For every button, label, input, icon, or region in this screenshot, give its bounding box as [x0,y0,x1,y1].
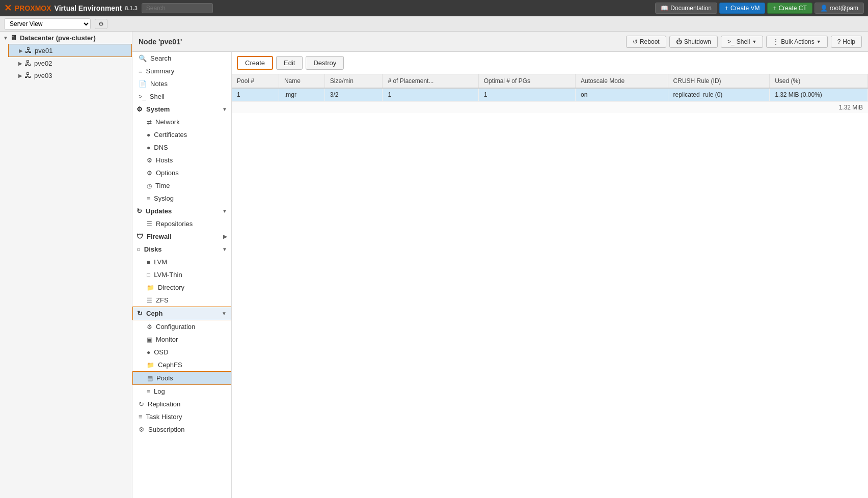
nav-group-disks[interactable]: ○ Disks ▼ [132,243,231,256]
cell-crush-rule: replicated_rule (0) [668,88,770,101]
nav-item-replication[interactable]: ↻ Replication [132,398,231,410]
monitor-nav-label: Monitor [156,336,178,343]
nav-group-ceph[interactable]: ↻ Ceph ▼ [132,307,231,320]
nav-item-osd[interactable]: ● OSD [132,346,231,358]
nav-item-monitor[interactable]: ▣ Monitor [132,333,231,346]
network-nav-icon: ⇄ [147,119,152,126]
cell-autoscale: on [576,88,668,101]
nav-item-time[interactable]: ◷ Time [132,179,231,192]
dns-nav-icon: ● [147,144,150,151]
repositories-nav-label: Repositories [156,220,193,228]
pve02-node-icon: 🖧 [24,59,32,67]
network-nav-label: Network [155,118,180,126]
nav-item-shell[interactable]: >_ Shell [132,90,231,103]
nav-item-dns[interactable]: ● DNS [132,141,231,154]
nav-item-log[interactable]: ≡ Log [132,385,231,398]
nav-item-hosts[interactable]: ⚙ Hosts [132,154,231,167]
table-summary: 1.32 MiB [232,101,868,113]
col-pool-num: Pool # [232,74,279,88]
secondbar: Server View ⚙ [0,16,868,32]
nav-item-syslog[interactable]: ≡ Syslog [132,192,231,205]
hosts-nav-icon: ⚙ [147,157,152,164]
shell-button[interactable]: >_ Shell [721,36,763,48]
node-actions: ↺ Reboot ⏻ Shutdown >_ Shell ⋮ Bulk Acti… [626,36,862,48]
gear-icon: ⚙ [98,20,104,27]
disks-nav-icon: ○ [137,245,141,253]
destroy-pool-button[interactable]: Destroy [306,56,344,70]
nav-item-zfs[interactable]: ☰ ZFS [132,294,231,307]
sidebar-node-pve03[interactable]: ▶ 🖧 pve03 [8,69,132,81]
col-size-min: Size/min [324,74,383,88]
create-pool-button[interactable]: Create [237,56,273,70]
repositories-nav-icon: ☰ [147,220,152,228]
nav-item-notes[interactable]: 📄 Notes [132,77,231,90]
shutdown-button[interactable]: ⏻ Shutdown [669,36,718,48]
table-row[interactable]: 1 .mgr 3/2 1 1 on replicated_rule (0) 1.… [232,88,868,101]
replication-nav-icon: ↻ [139,400,144,408]
nav-item-options[interactable]: ⚙ Options [132,167,231,179]
lvm-thin-nav-label: LVM-Thin [154,271,182,279]
nav-item-configuration[interactable]: ⚙ Configuration [132,320,231,333]
create-vm-button[interactable]: + Create VM [719,3,765,14]
cephfs-nav-icon: 📁 [147,362,154,369]
user-menu-button[interactable]: 👤 root@pam [815,3,864,14]
table-area: Create Edit Destroy Pool # Name Size/min… [232,52,868,498]
lvm-nav-label: LVM [154,258,167,266]
documentation-icon: 📖 [661,5,668,12]
edit-pool-button[interactable]: Edit [276,56,303,70]
disks-nav-label: Disks [144,245,162,253]
osd-nav-icon: ● [147,349,150,356]
reboot-icon: ↺ [633,38,638,45]
logo-area: ✕ PROXMOX Virtual Environment 8.1.3 [4,3,138,14]
reboot-button[interactable]: ↺ Reboot [626,36,666,48]
syslog-nav-icon: ≡ [147,195,150,202]
monitor-nav-icon: ▣ [147,336,152,343]
ceph-expand-icon: ▼ [222,311,227,316]
ceph-nav-label: Ceph [146,310,163,317]
left-nav: 🔍 Search ≡ Summary 📄 Notes >_ Shell [132,52,232,498]
sidebar-node-pve01[interactable]: ▶ 🖧 pve01 [8,44,132,57]
pve01-label: pve01 [35,47,52,54]
server-view-select[interactable]: Server View [4,18,91,30]
bulk-actions-button[interactable]: ⋮ Bulk Actions [766,36,827,48]
proxmox-ve-label: Virtual Environment [55,4,122,12]
nav-item-directory[interactable]: 📁 Directory [132,281,231,294]
sidebar-datacenter[interactable]: ▼ 🖥 Datacenter (pve-cluster) [0,32,132,44]
zfs-nav-label: ZFS [156,296,169,304]
configuration-nav-label: Configuration [156,323,195,330]
nav-item-certificates[interactable]: ● Certificates [132,128,231,141]
cell-used-pct: 1.32 MiB (0.00%) [770,88,868,101]
tree-nodes: ▶ 🖧 pve01 ▶ 🖧 pve02 ▶ 🖧 pve03 [0,44,132,81]
sidebar-tree: ▼ 🖥 Datacenter (pve-cluster) ▶ 🖧 pve01 ▶… [0,32,132,498]
hosts-nav-label: Hosts [156,156,173,164]
sidebar-node-pve02[interactable]: ▶ 🖧 pve02 [8,57,132,69]
nav-group-firewall[interactable]: 🛡 Firewall ▶ [132,230,231,243]
nav-item-network[interactable]: ⇄ Network [132,116,231,128]
ceph-nav-icon: ↻ [137,310,143,317]
topbar: ✕ PROXMOX Virtual Environment 8.1.3 📖 Do… [0,0,868,16]
nav-item-pools[interactable]: ▤ Pools [132,371,231,385]
nav-item-lvm[interactable]: ■ LVM [132,256,231,268]
create-ct-button[interactable]: + Create CT [767,3,812,14]
documentation-button[interactable]: 📖 Documentation [655,3,717,14]
cell-placement: 1 [383,88,478,101]
help-button[interactable]: ? Help [831,36,862,48]
nav-item-subscription[interactable]: ⚙ Subscription [132,423,231,436]
pve03-expand-icon: ▶ [18,73,22,78]
nav-item-repositories[interactable]: ☰ Repositories [132,217,231,230]
shutdown-icon: ⏻ [676,38,682,45]
server-view-settings-button[interactable]: ⚙ [95,19,107,29]
firewall-expand-icon: ▶ [223,234,227,239]
pools-nav-label: Pools [156,374,173,382]
col-name: Name [279,74,324,88]
nav-item-summary[interactable]: ≡ Summary [132,65,231,77]
nav-group-updates[interactable]: ↻ Updates ▼ [132,205,231,217]
nav-item-lvm-thin[interactable]: □ LVM-Thin [132,268,231,281]
nav-item-cephfs[interactable]: 📁 CephFS [132,358,231,371]
configuration-nav-icon: ⚙ [147,323,152,330]
nav-group-system[interactable]: ⚙ System ▼ [132,103,231,116]
nav-item-task-history[interactable]: ≡ Task History [132,410,231,423]
task-history-nav-icon: ≡ [139,413,143,421]
topbar-search-input[interactable] [142,3,213,13]
nav-item-search[interactable]: 🔍 Search [132,52,231,65]
